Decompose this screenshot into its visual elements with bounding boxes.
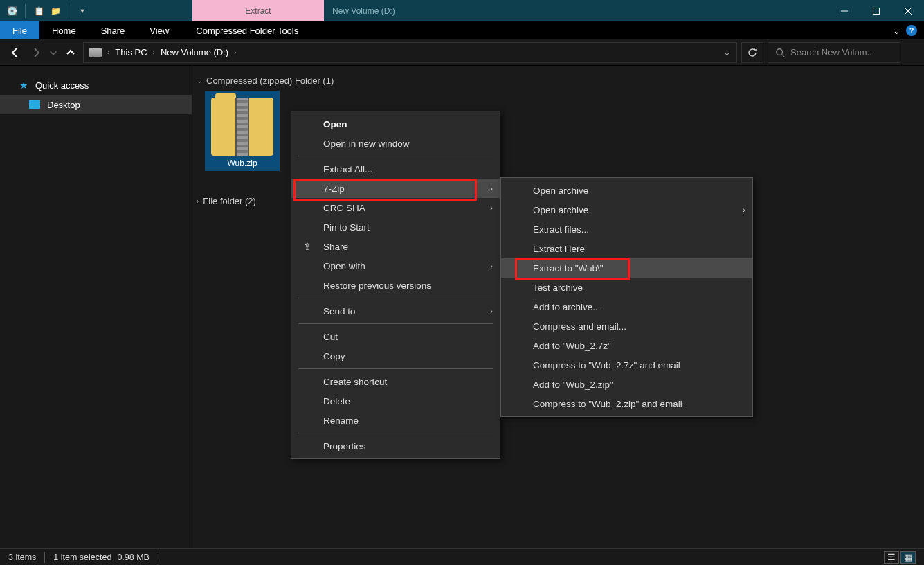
menu-item-restore-versions[interactable]: Restore previous versions: [291, 276, 500, 295]
search-placeholder: Search New Volum...: [790, 47, 874, 57]
menu-item-share[interactable]: ⇪Share: [291, 237, 500, 256]
submenu-item-add-7z[interactable]: Add to "Wub_2.7z": [501, 336, 752, 355]
submenu-item-open-archive-2[interactable]: Open archive›: [501, 200, 752, 219]
status-selected-count: 1 item selected: [53, 553, 111, 562]
menu-item-send-to[interactable]: Send to›: [291, 301, 500, 321]
breadcrumb-this-pc[interactable]: This PC: [115, 47, 147, 57]
submenu-item-compress-zip-email[interactable]: Compress to "Wub_2.zip" and email: [501, 394, 752, 413]
submenu-item-extract-files[interactable]: Extract files...: [501, 219, 752, 239]
address-dropdown-icon[interactable]: ⌄: [723, 47, 731, 57]
menu-item-open[interactable]: Open: [291, 114, 500, 134]
window-title: New Volume (D:): [332, 6, 395, 16]
search-icon: [775, 48, 785, 57]
view-toggles: ☰ ▦: [884, 551, 916, 564]
menu-item-open-with[interactable]: Open with›: [291, 256, 500, 276]
help-icon[interactable]: ?: [906, 25, 917, 36]
forward-button[interactable]: [28, 44, 44, 61]
properties-icon[interactable]: 📋: [33, 5, 45, 17]
menu-item-7zip[interactable]: 7-Zip›: [291, 179, 500, 198]
group-label: Compressed (zipped) Folder (1): [206, 75, 334, 86]
tab-home[interactable]: Home: [39, 21, 89, 39]
menu-item-copy[interactable]: Copy: [291, 346, 500, 366]
svg-point-4: [777, 48, 783, 55]
ribbon-tabs: File Home Share View Compressed Folder T…: [0, 21, 924, 39]
quick-access-toolbar: 💽 📋 📁 ▼: [0, 0, 89, 21]
menu-item-delete[interactable]: Delete: [291, 391, 500, 411]
zip-folder-icon: [211, 93, 273, 156]
status-bar: 3 items 1 item selected 0.98 MB ☰ ▦: [0, 548, 924, 565]
window-titlebar: 💽 📋 📁 ▼ Extract New Volume (D:): [0, 0, 924, 21]
file-tab[interactable]: File: [0, 21, 39, 39]
maximize-button[interactable]: [860, 0, 892, 21]
svg-rect-1: [873, 8, 880, 14]
menu-item-create-shortcut[interactable]: Create shortcut: [291, 372, 500, 391]
group-header-zipped[interactable]: ⌄ Compressed (zipped) Folder (1): [197, 73, 920, 89]
chevron-right-icon: ›: [490, 307, 493, 315]
up-button[interactable]: [62, 44, 79, 61]
file-item-wub-zip[interactable]: Wub.zip: [205, 91, 280, 171]
chevron-right-icon: ›: [490, 262, 493, 270]
status-size: 0.98 MB: [117, 553, 150, 562]
navigation-pane: ★ Quick access Desktop: [0, 66, 192, 548]
navigation-bar: › This PC › New Volume (D:) › ⌄ Search N…: [0, 39, 924, 66]
chevron-down-icon: ⌄: [197, 77, 202, 84]
submenu-item-extract-here[interactable]: Extract Here: [501, 239, 752, 258]
svg-line-5: [782, 54, 785, 57]
sidebar-item-quick-access[interactable]: ★ Quick access: [0, 75, 192, 95]
sidebar-item-label: Quick access: [35, 80, 89, 91]
menu-item-cut[interactable]: Cut: [291, 327, 500, 346]
chevron-right-icon: ›: [490, 184, 493, 192]
search-input[interactable]: Search New Volum...: [768, 42, 900, 63]
sidebar-item-desktop[interactable]: Desktop: [0, 95, 192, 114]
context-menu: Open Open in new window Extract All... 7…: [291, 111, 500, 459]
window-controls: [828, 0, 924, 21]
drive-icon: 💽: [6, 5, 18, 17]
status-item-count: 3 items: [8, 553, 36, 562]
minimize-button[interactable]: [828, 0, 860, 21]
submenu-item-compress-7z-email[interactable]: Compress to "Wub_2.7z" and email: [501, 355, 752, 375]
star-icon: ★: [19, 80, 28, 91]
ribbon-collapse-icon[interactable]: ⌄: [893, 26, 900, 36]
drive-icon: [89, 48, 102, 57]
back-button[interactable]: [7, 44, 24, 61]
desktop-icon: [29, 100, 40, 109]
details-view-button[interactable]: ☰: [884, 551, 899, 564]
recent-dropdown[interactable]: [48, 44, 58, 61]
folder-icon[interactable]: 📁: [49, 5, 62, 17]
sidebar-item-label: Desktop: [47, 100, 80, 110]
submenu-item-compress-email[interactable]: Compress and email...: [501, 316, 752, 336]
file-label: Wub.zip: [208, 159, 277, 168]
menu-item-rename[interactable]: Rename: [291, 411, 500, 430]
chevron-right-icon[interactable]: ›: [107, 48, 109, 56]
chevron-right-icon[interactable]: ›: [153, 48, 155, 56]
submenu-item-open-archive[interactable]: Open archive: [501, 181, 752, 200]
submenu-item-extract-to[interactable]: Extract to "Wub\": [501, 258, 752, 278]
group-header-folders[interactable]: › File folder (2): [197, 196, 256, 206]
address-bar[interactable]: › This PC › New Volume (D:) › ⌄: [83, 42, 737, 63]
qat-dropdown-icon[interactable]: ▼: [76, 5, 89, 17]
refresh-button[interactable]: [741, 42, 763, 63]
menu-item-properties[interactable]: Properties: [291, 436, 500, 456]
close-button[interactable]: [892, 0, 924, 21]
submenu-item-test-archive[interactable]: Test archive: [501, 278, 752, 297]
tab-compressed-tools[interactable]: Compressed Folder Tools: [181, 21, 313, 39]
submenu-7zip: Open archive Open archive› Extract files…: [500, 177, 753, 417]
menu-item-open-new-window[interactable]: Open in new window: [291, 134, 500, 153]
submenu-item-add-zip[interactable]: Add to "Wub_2.zip": [501, 375, 752, 394]
submenu-item-add-to-archive[interactable]: Add to archive...: [501, 297, 752, 316]
tab-share[interactable]: Share: [89, 21, 138, 39]
chevron-right-icon: ›: [490, 204, 493, 212]
chevron-right-icon[interactable]: ›: [234, 48, 236, 56]
contextual-tab-header: Extract: [192, 0, 324, 21]
menu-item-pin-to-start[interactable]: Pin to Start: [291, 217, 500, 237]
chevron-right-icon: ›: [197, 197, 199, 205]
group-label: File folder (2): [203, 196, 256, 206]
breadcrumb-volume[interactable]: New Volume (D:): [161, 47, 228, 57]
share-icon: ⇪: [301, 241, 314, 252]
tab-view[interactable]: View: [137, 21, 181, 39]
chevron-right-icon: ›: [743, 206, 745, 214]
menu-item-extract-all[interactable]: Extract All...: [291, 159, 500, 179]
menu-item-crc-sha[interactable]: CRC SHA›: [291, 198, 500, 217]
icons-view-button[interactable]: ▦: [900, 551, 916, 564]
